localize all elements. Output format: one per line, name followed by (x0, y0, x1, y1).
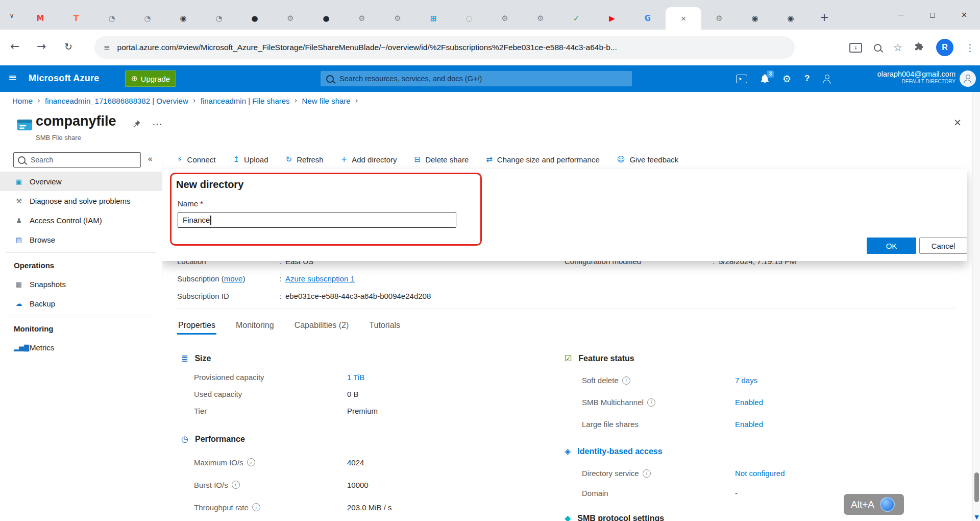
crumb-financeadmin-overview[interactable]: financeadmin_1716886888382 | Overview (45, 97, 188, 105)
tab-gear[interactable]: ⚙ × (344, 7, 380, 30)
settings-gear-icon[interactable]: ⚙ (782, 73, 791, 84)
account-avatar[interactable] (960, 70, 976, 87)
tab-globe-dark[interactable]: ◉ × (165, 7, 201, 30)
azure-search-bar[interactable] (321, 71, 632, 86)
notifications-bell-icon[interactable]: 3 (761, 74, 769, 84)
page-scrollbar[interactable]: ▼ (972, 92, 980, 521)
tab-search-button[interactable]: ∨ (5, 9, 18, 22)
scrollbar-thumb[interactable] (974, 472, 979, 502)
tab-tutorials[interactable]: Tutorials (368, 316, 401, 335)
window-maximize-button[interactable]: □ (917, 0, 948, 30)
azure-brand[interactable]: Microsoft Azure (29, 73, 99, 84)
azure-search-input[interactable] (338, 74, 626, 83)
scrollbar-down-arrow[interactable]: ▼ (973, 514, 980, 520)
tab-letter-t[interactable]: T × (58, 7, 94, 30)
sidebar-item-browse[interactable]: ▤ Browse (0, 230, 162, 249)
refresh-button[interactable]: ↻ Refresh (286, 155, 324, 164)
tab-monitoring[interactable]: Monitoring (235, 316, 275, 335)
tab-github[interactable]: ● × (308, 7, 344, 30)
add-directory-button[interactable]: + Add directory (341, 155, 397, 164)
browser-menu-icon[interactable]: ⋮ (965, 42, 975, 53)
new-tab-button[interactable]: + (816, 8, 833, 26)
url-field[interactable]: ≡ portal.azure.com/#view/Microsoft_Azure… (94, 36, 795, 59)
tab-globe-dark[interactable]: ◉ × (773, 7, 808, 30)
tab-google[interactable]: G × (630, 7, 666, 30)
bookmark-star-icon[interactable]: ☆ (893, 41, 902, 54)
info-icon[interactable]: i (647, 398, 655, 407)
sidebar-item-metrics[interactable]: ▂▅▇ Metrics (0, 338, 162, 357)
crumb-file-shares[interactable]: financeadmin | File shares (201, 97, 290, 105)
site-settings-icon[interactable]: ≡ (104, 43, 110, 52)
info-icon[interactable]: i (247, 458, 255, 466)
accessibility-widget-icon[interactable] (880, 497, 895, 512)
tab-capabilities[interactable]: Capabilities (2) (293, 316, 350, 335)
connect-button[interactable]: ⚡ Connect (177, 155, 215, 164)
more-options-icon[interactable]: … (152, 115, 162, 128)
tab-github[interactable]: ● × (237, 7, 273, 30)
close-blade-icon[interactable]: × (953, 116, 962, 128)
back-button[interactable]: ← (10, 41, 19, 52)
subscription-move-link[interactable]: move (224, 274, 243, 283)
info-icon[interactable]: i (643, 469, 651, 478)
hamburger-menu-icon[interactable]: ≡ (8, 72, 17, 84)
change-size-performance-button[interactable]: ⇄ Change size and performance (486, 155, 600, 164)
info-icon[interactable]: i (252, 503, 260, 511)
tab-youtube[interactable]: ▶ × (594, 7, 630, 30)
tab-check-green[interactable]: ✓ × (558, 7, 594, 30)
sidebar-item-backup[interactable]: ☁ Backup (0, 294, 162, 313)
crumb-home[interactable]: Home (12, 97, 33, 105)
property-value[interactable]: Not configured (735, 469, 785, 478)
tab-microsoft[interactable]: ⊞ × (415, 7, 451, 30)
sidebar-item-overview[interactable]: ▣ Overview (0, 172, 162, 191)
give-feedback-button[interactable]: ☺ Give feedback (617, 155, 679, 164)
sidebar-item-snapshots[interactable]: ▦ Snapshots (0, 274, 162, 294)
subscription-link[interactable]: Azure subscription 1 (285, 274, 355, 283)
upgrade-button[interactable]: ⊕ Upgrade (125, 70, 176, 87)
account-info[interactable]: olaraph004@gmail.com DEFAULT DIRECTORY (877, 69, 955, 85)
delete-share-button[interactable]: ⊟ Delete share (414, 155, 469, 164)
tab-gear[interactable]: ⚙ × (380, 7, 415, 30)
window-close-button[interactable]: × (948, 0, 980, 30)
tab-clock[interactable]: ◔ × (94, 7, 130, 30)
sidebar-item-diagnose[interactable]: ⚒ Diagnose and solve problems (0, 191, 162, 210)
directory-name-input[interactable]: Finance (178, 212, 456, 228)
tab-properties[interactable]: Properties (177, 316, 216, 335)
tab-gear[interactable]: ⚙ × (701, 7, 737, 30)
info-icon[interactable]: i (622, 376, 630, 385)
section-identity-based-access[interactable]: ◈ Identity-based access (565, 445, 663, 458)
reload-button[interactable]: ↻ (64, 42, 72, 52)
tab-gmail[interactable]: M × (22, 7, 58, 30)
property-value[interactable]: Enabled (735, 420, 763, 429)
feedback-person-icon[interactable] (823, 75, 831, 83)
tab-gear[interactable]: ⚙ × (487, 7, 523, 30)
tab-gear[interactable]: ⚙ × (273, 7, 308, 30)
browser-profile-avatar[interactable]: R (936, 39, 953, 56)
zoom-icon[interactable] (874, 44, 881, 52)
sidebar-search-input[interactable] (30, 155, 136, 164)
sidebar-search-box[interactable] (13, 152, 141, 168)
sidebar-item-access-control-iam[interactable]: ♟ Access Control (IAM) (0, 210, 162, 230)
info-icon[interactable]: i (232, 481, 240, 489)
tab-gear[interactable]: ⚙ × (523, 7, 558, 30)
cancel-button[interactable]: Cancel (919, 238, 967, 254)
tab-clock[interactable]: ◔ × (130, 7, 165, 30)
close-icon[interactable]: × (680, 14, 687, 22)
property-value[interactable]: 7 days (735, 376, 757, 385)
window-minimize-button[interactable]: — (885, 0, 917, 30)
cloud-shell-icon[interactable]: >_ (736, 75, 747, 83)
property-value[interactable]: 1 TiB (347, 373, 364, 382)
install-icon[interactable]: ↓ (849, 43, 862, 53)
help-icon[interactable]: ? (804, 74, 810, 84)
ok-button[interactable]: OK (867, 238, 916, 254)
pin-icon[interactable] (133, 120, 141, 130)
tab-clock[interactable]: ◔ × (201, 7, 237, 30)
property-value[interactable]: Enabled (735, 398, 763, 407)
sidebar-collapse-button[interactable]: « (148, 154, 153, 164)
tab-globe-dark[interactable]: ◉ × (737, 7, 773, 30)
forward-button[interactable]: → (37, 41, 46, 52)
upload-button[interactable]: ↥ Upload (233, 155, 268, 164)
extensions-icon[interactable] (914, 41, 924, 54)
tab-circle[interactable]: ◌ × (451, 7, 487, 30)
crumb-new-file-share[interactable]: New file share (302, 97, 351, 105)
tab-active-azure-portal[interactable]: × (666, 7, 701, 30)
